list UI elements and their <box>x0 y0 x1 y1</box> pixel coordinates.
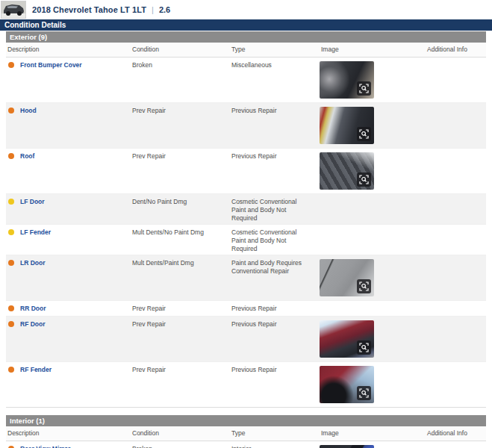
rf-door-photo[interactable] <box>320 320 374 358</box>
severity-bullet-icon <box>8 199 14 205</box>
column-header: Condition <box>131 46 230 53</box>
hood-photo[interactable] <box>320 107 374 144</box>
severity-bullet-icon <box>8 153 14 159</box>
condition-details-banner: Condition Details <box>0 19 492 31</box>
front-bumper-cover-photo[interactable] <box>320 61 374 99</box>
description-cell: Rear View Mirror <box>6 445 131 448</box>
condition-value: Mult Dents/No Paint Dmg <box>131 228 230 253</box>
description-cell: RR Door <box>6 305 131 314</box>
damage-description-link[interactable]: LF Fender <box>20 228 51 236</box>
image-cell <box>320 228 426 253</box>
condition-value: Prev Repair <box>131 305 230 314</box>
type-value: Previous Repair <box>230 305 320 314</box>
rear-view-mirror-photo[interactable] <box>320 445 374 448</box>
image-cell <box>320 445 426 448</box>
section-title: Interior (1) <box>6 415 486 426</box>
description-cell: RF Fender <box>6 366 131 405</box>
condition-value: Prev Repair <box>131 107 230 146</box>
severity-bullet-icon <box>8 229 14 235</box>
table-row: Front Bumper Cover Broken Miscellaneous <box>6 57 486 103</box>
damage-description-link[interactable]: RF Door <box>20 320 46 328</box>
condition-value: Prev Repair <box>131 152 230 192</box>
damage-description-link[interactable]: LR Door <box>20 259 46 267</box>
damage-description-link[interactable]: LF Door <box>20 198 45 205</box>
type-value: Cosmetic Conventional Paint and Body Not… <box>230 198 320 223</box>
description-cell: Hood <box>6 107 131 146</box>
damage-description-link[interactable]: RF Fender <box>20 366 52 373</box>
type-value: Interior <box>230 445 320 448</box>
table-row: LF Door Dent/No Paint Dmg Cosmetic Conve… <box>6 194 486 225</box>
section-title: Exterior (9) <box>6 31 486 43</box>
table-header: DescriptionConditionTypeImageAdditional … <box>6 43 486 57</box>
additional-info-cell <box>426 259 486 299</box>
image-cell <box>320 107 426 146</box>
severity-bullet-icon <box>8 321 14 327</box>
table-row: RF Fender Prev Repair Previous Repair <box>6 362 486 407</box>
additional-info-cell <box>426 152 486 192</box>
condition-section: Interior (1) DescriptionConditionTypeIma… <box>6 415 486 448</box>
type-value: Previous Repair <box>230 320 320 360</box>
condition-value: Broken <box>131 61 230 101</box>
title-divider: | <box>152 5 154 14</box>
column-header: Condition <box>131 429 230 437</box>
type-value: Paint and Body Requires Conventional Rep… <box>230 259 320 299</box>
image-cell <box>320 61 426 101</box>
damage-description-link[interactable]: RR Door <box>20 305 46 312</box>
severity-bullet-icon <box>8 62 14 68</box>
damage-description-link[interactable]: Rear View Mirror <box>20 445 70 448</box>
additional-info-cell <box>426 198 486 223</box>
condition-value: Mult Dents/Paint Dmg <box>131 259 230 299</box>
damage-description-link[interactable]: Hood <box>20 107 37 114</box>
damage-description-link[interactable]: Roof <box>20 152 34 160</box>
additional-info-cell <box>426 61 486 101</box>
description-cell: RF Door <box>6 320 131 360</box>
condition-value: Prev Repair <box>131 366 230 405</box>
description-cell: Front Bumper Cover <box>6 61 131 101</box>
image-cell <box>320 320 426 360</box>
table-row: LR Door Mult Dents/Paint Dmg Paint and B… <box>6 255 486 301</box>
condition-grade: 2.6 <box>159 5 170 14</box>
column-header: Type <box>230 46 320 53</box>
vehicle-title: 2018 Chevrolet Tahoe LT 1LT <box>32 5 146 14</box>
column-header: Additional Info <box>426 46 486 53</box>
vehicle-header: 2018 Chevrolet Tahoe LT 1LT | 2.6 <box>0 0 492 19</box>
zoom-icon[interactable] <box>357 340 371 355</box>
additional-info-cell <box>426 228 486 253</box>
table-row: RR Door Prev Repair Previous Repair <box>6 301 486 317</box>
sections: Exterior (9) DescriptionConditionTypeIma… <box>6 31 486 448</box>
type-value: Previous Repair <box>230 152 320 192</box>
table-row: RF Door Prev Repair Previous Repair <box>6 317 486 362</box>
column-header: Image <box>320 429 426 437</box>
zoom-icon[interactable] <box>357 127 371 141</box>
condition-section: Exterior (9) DescriptionConditionTypeIma… <box>6 31 486 408</box>
condition-value: Prev Repair <box>131 320 230 360</box>
vehicle-thumbnail[interactable] <box>1 1 26 19</box>
zoom-icon[interactable] <box>357 81 371 96</box>
image-cell <box>320 152 426 192</box>
image-cell <box>320 366 426 405</box>
damage-description-link[interactable]: Front Bumper Cover <box>20 61 82 69</box>
type-value: Cosmetic Conventional Paint and Body Not… <box>230 228 320 253</box>
table-row: LF Fender Mult Dents/No Paint Dmg Cosmet… <box>6 225 486 255</box>
additional-info-cell <box>426 320 486 360</box>
description-cell: LF Door <box>6 198 131 223</box>
table-row: Roof Prev Repair Previous Repair <box>6 149 486 194</box>
additional-info-cell <box>426 107 486 146</box>
additional-info-cell <box>426 366 486 405</box>
zoom-icon[interactable] <box>357 172 371 187</box>
description-cell: Roof <box>6 152 131 192</box>
severity-bullet-icon <box>8 108 14 113</box>
condition-value: Broken <box>131 445 230 448</box>
severity-bullet-icon <box>8 260 14 266</box>
roof-photo[interactable] <box>320 152 374 190</box>
zoom-icon[interactable] <box>357 386 371 400</box>
severity-bullet-icon <box>8 367 14 373</box>
table-header: DescriptionConditionTypeImageAdditional … <box>6 426 486 441</box>
lr-door-photo[interactable] <box>320 259 374 296</box>
rf-fender-photo[interactable] <box>320 366 374 403</box>
column-header: Additional Info <box>426 429 486 437</box>
rows: Front Bumper Cover Broken Miscellaneous <box>6 57 486 408</box>
type-value: Previous Repair <box>230 107 320 146</box>
zoom-icon[interactable] <box>357 279 371 293</box>
image-cell <box>320 259 426 299</box>
